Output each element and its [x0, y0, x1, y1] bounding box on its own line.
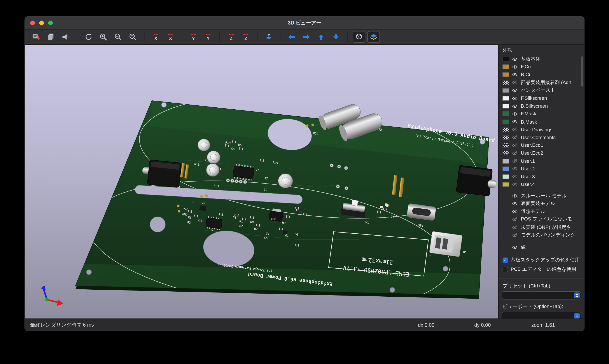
layer-row: F.Silkscreen — [503, 94, 582, 102]
visibility-on-icon[interactable] — [512, 119, 518, 125]
visibility-off-icon[interactable] — [512, 232, 518, 238]
rotate-y-ccw-button[interactable]: Y — [187, 31, 200, 43]
layer-label: User.1 — [521, 158, 535, 164]
appearance-manager-button[interactable] — [367, 31, 380, 43]
layer-color-swatch[interactable] — [503, 182, 509, 187]
pan-up-button[interactable] — [315, 31, 327, 43]
model-label: 仮想モデル — [521, 208, 545, 215]
visibility-on-icon[interactable] — [512, 56, 518, 62]
rotate-z-ccw-button[interactable]: Z — [225, 31, 237, 43]
visibility-on-icon[interactable] — [512, 88, 518, 93]
layer-color-swatch[interactable] — [503, 159, 509, 163]
layer-color-swatch[interactable] — [503, 167, 509, 171]
visibility-off-icon[interactable] — [512, 158, 518, 164]
pad-hole — [232, 180, 233, 182]
rotate-z-cw-button[interactable]: Z — [240, 31, 252, 43]
orthographic-projection-icon — [355, 33, 363, 41]
visibility-off-icon[interactable] — [512, 150, 518, 156]
visibility-on-icon[interactable] — [512, 103, 518, 109]
zoom-to-fit-button[interactable] — [127, 31, 139, 43]
rotate-y-cw-button[interactable]: Y — [202, 31, 214, 43]
visibility-on-icon[interactable] — [512, 95, 518, 101]
pan-left-button[interactable] — [285, 31, 298, 43]
ic-chip-u3 — [199, 205, 206, 211]
visibility-on-icon[interactable] — [512, 201, 518, 207]
rotate-x-cw-button[interactable]: X — [164, 31, 177, 43]
stepper-icon[interactable] — [574, 292, 580, 298]
panel-divider — [499, 278, 584, 279]
3d-viewport[interactable]: Exidiophone v6.0 Audio Board (c) Tomoya … — [25, 45, 498, 318]
pcb-editor-copper-colors-checkbox[interactable] — [503, 267, 508, 272]
pan-right-button[interactable] — [300, 31, 312, 43]
visibility-off-icon[interactable] — [512, 174, 518, 180]
visibility-on-icon[interactable] — [512, 111, 518, 117]
redraw-button[interactable] — [82, 31, 95, 43]
silkscreen-label: R23 — [213, 184, 219, 188]
visibility-off-icon[interactable] — [512, 127, 518, 132]
flip-board-button[interactable] — [262, 31, 275, 43]
layer-color-swatch[interactable] — [503, 112, 509, 116]
visibility-off-icon[interactable] — [512, 80, 518, 86]
rotate-z-ccw-icon: Z — [227, 33, 235, 41]
layer-color-swatch[interactable] — [503, 96, 509, 101]
layer-color-swatch[interactable] — [503, 143, 509, 148]
preset-dropdown[interactable] — [502, 291, 581, 299]
layer-color-swatch[interactable] — [503, 57, 509, 61]
close-button[interactable] — [30, 21, 35, 25]
layer-color-swatch[interactable] — [503, 72, 509, 77]
pan-left-icon — [287, 33, 296, 41]
layer-label: F.Mask — [521, 111, 536, 117]
titlebar[interactable]: 3D ビューアー — [25, 17, 584, 29]
copy-image-button[interactable] — [45, 31, 57, 43]
traffic-lights — [30, 17, 53, 29]
layer-color-swatch[interactable] — [503, 80, 509, 85]
rotate-z-cw-icon: Z — [242, 33, 250, 41]
model-row: モデルのバウンディング — [503, 231, 582, 239]
silkscreen-label: C4 — [231, 147, 235, 151]
silkscreen-label: R8 — [250, 220, 254, 224]
layer-color-swatch[interactable] — [503, 88, 509, 93]
layer-color-swatch[interactable] — [503, 119, 509, 124]
visibility-off-icon[interactable] — [512, 182, 518, 187]
rotate-x-ccw-button[interactable]: X — [150, 31, 162, 43]
visibility-off-icon[interactable] — [512, 166, 518, 172]
layer-color-swatch[interactable] — [503, 174, 509, 179]
rotate-y-ccw-icon: Y — [189, 33, 198, 41]
layer-row: User.Comments — [503, 134, 582, 142]
visibility-on-icon[interactable] — [512, 209, 518, 215]
svg-text:Y: Y — [192, 36, 195, 41]
layer-color-swatch[interactable] — [503, 127, 509, 132]
visibility-on-icon[interactable] — [512, 64, 518, 70]
layer-row: F.Cu — [503, 63, 582, 71]
panel-scrollbar[interactable] — [581, 56, 583, 86]
layer-color-swatch[interactable] — [503, 65, 509, 69]
visibility-off-icon[interactable] — [512, 134, 518, 141]
silkscreen-label: R29 — [272, 161, 278, 165]
layer-color-swatch[interactable] — [503, 151, 509, 156]
visibility-off-icon[interactable] — [512, 217, 518, 222]
visibility-on-icon[interactable] — [512, 193, 518, 199]
zoom-out-button[interactable] — [112, 31, 124, 43]
zoom-in-button[interactable] — [97, 31, 110, 43]
board-cutout-hole — [150, 217, 165, 232]
stepper-icon[interactable] — [574, 313, 580, 318]
silkscreen-label: R6 — [188, 216, 192, 220]
visibility-off-icon[interactable] — [512, 224, 518, 230]
viewport-dropdown[interactable] — [502, 312, 581, 318]
pan-down-button[interactable] — [330, 31, 342, 43]
board-stackup-colors-checkbox[interactable] — [503, 257, 508, 263]
pad-hole — [227, 180, 229, 181]
orthographic-projection-button[interactable] — [353, 31, 365, 43]
zoom-window-button[interactable] — [48, 21, 53, 25]
export-render-image-button[interactable] — [30, 31, 42, 43]
checkbox-label: PCB エディターの銅色を使用 — [511, 266, 576, 273]
render-options-button[interactable] — [60, 31, 72, 43]
visibility-off-icon[interactable] — [512, 143, 518, 148]
minimize-button[interactable] — [39, 21, 44, 25]
layer-color-swatch[interactable] — [503, 104, 509, 108]
mounting-hole — [86, 270, 91, 275]
visibility-on-icon[interactable] — [512, 72, 518, 78]
visibility-on-icon[interactable] — [512, 244, 518, 250]
layer-row: User.3 — [503, 173, 582, 181]
layer-color-swatch[interactable] — [503, 135, 509, 140]
